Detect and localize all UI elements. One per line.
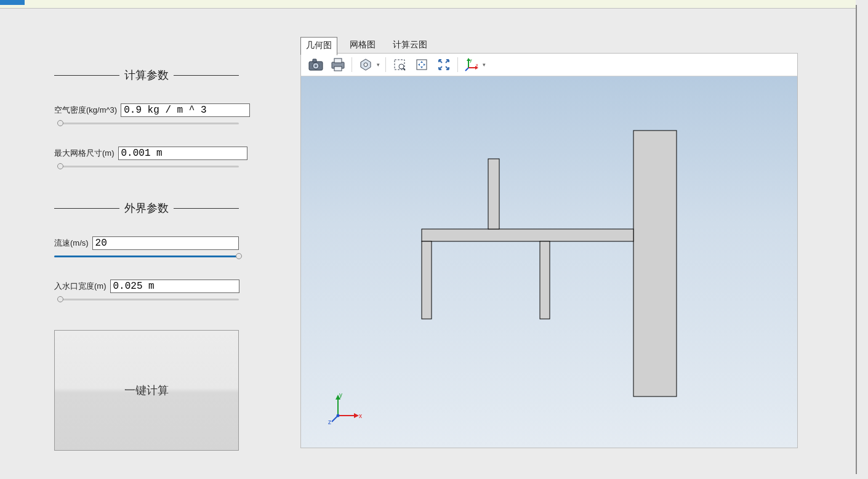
- svg-rect-23: [422, 241, 432, 319]
- max-mesh-label: 最大网格尺寸(m): [54, 148, 115, 159]
- section-title-calc: 计算参数: [124, 68, 169, 83]
- svg-rect-5: [334, 58, 342, 63]
- hexagon-dropdown-icon[interactable]: ▾: [377, 62, 383, 68]
- svg-rect-21: [422, 229, 633, 241]
- svg-point-8: [364, 63, 368, 66]
- svg-point-30: [337, 414, 340, 417]
- axis-x-label: x: [359, 413, 362, 419]
- hexagon-icon[interactable]: [355, 55, 377, 74]
- tab-geometry[interactable]: 几何图: [300, 37, 337, 55]
- svg-rect-24: [540, 241, 550, 319]
- geometry-shape: [301, 76, 798, 448]
- svg-marker-28: [354, 413, 359, 418]
- param-air-density: 空气密度(kg/m^3): [54, 103, 239, 128]
- axis-gizmo: y x z: [328, 388, 365, 425]
- svg-text:y: y: [470, 58, 472, 63]
- axes-icon[interactable]: y x: [460, 55, 483, 74]
- zoom-box-icon[interactable]: [388, 55, 411, 74]
- section-title-external: 外界参数: [124, 201, 169, 215]
- svg-line-11: [403, 68, 405, 70]
- section-external-params: 外界参数: [54, 201, 239, 215]
- camera-icon[interactable]: [305, 55, 327, 74]
- svg-rect-1: [313, 59, 316, 62]
- flow-speed-label: 流速(m/s): [54, 238, 89, 249]
- flow-speed-slider[interactable]: [54, 252, 239, 261]
- right-window-border: [856, 5, 857, 474]
- flow-speed-input[interactable]: [92, 236, 239, 250]
- section-calc-params: 计算参数: [54, 68, 239, 83]
- divider: [174, 75, 239, 76]
- svg-point-3: [315, 65, 317, 67]
- fit-view-icon[interactable]: [433, 55, 455, 74]
- svg-line-17: [465, 68, 468, 71]
- inlet-width-label: 入水口宽度(m): [54, 281, 106, 292]
- divider: [54, 75, 119, 76]
- top-blue-tab: [0, 0, 25, 5]
- param-flow-speed: 流速(m/s): [54, 236, 239, 261]
- parameter-panel: 计算参数 空气密度(kg/m^3) 最大网格尺寸(m) 外界参数: [54, 68, 239, 451]
- geometry-viewport[interactable]: y x z: [300, 76, 798, 448]
- top-header-strip: [0, 0, 856, 9]
- svg-rect-20: [633, 131, 677, 396]
- inlet-width-input[interactable]: [110, 280, 239, 293]
- axis-z-label: z: [328, 419, 331, 425]
- svg-text:x: x: [476, 63, 478, 67]
- air-density-label: 空气密度(kg/m^3): [54, 105, 117, 116]
- axes-dropdown-icon[interactable]: ▾: [483, 62, 489, 68]
- axis-y-label: y: [339, 392, 342, 398]
- svg-rect-6: [334, 66, 342, 71]
- air-density-input[interactable]: [121, 103, 250, 117]
- divider: [174, 208, 239, 209]
- pan-icon[interactable]: [411, 55, 433, 74]
- view-toolbar: ▾ y x ▾: [300, 53, 798, 76]
- compute-button[interactable]: 一键计算: [54, 330, 239, 451]
- divider: [54, 208, 119, 209]
- param-max-mesh: 最大网格尺寸(m): [54, 147, 239, 171]
- max-mesh-input[interactable]: [118, 147, 247, 160]
- param-inlet-width: 入水口宽度(m): [54, 280, 239, 304]
- max-mesh-slider[interactable]: [60, 163, 239, 171]
- inlet-width-slider[interactable]: [60, 296, 239, 304]
- print-icon[interactable]: [327, 55, 349, 74]
- svg-point-10: [399, 64, 404, 69]
- air-density-slider[interactable]: [60, 119, 239, 128]
- svg-rect-22: [488, 159, 499, 229]
